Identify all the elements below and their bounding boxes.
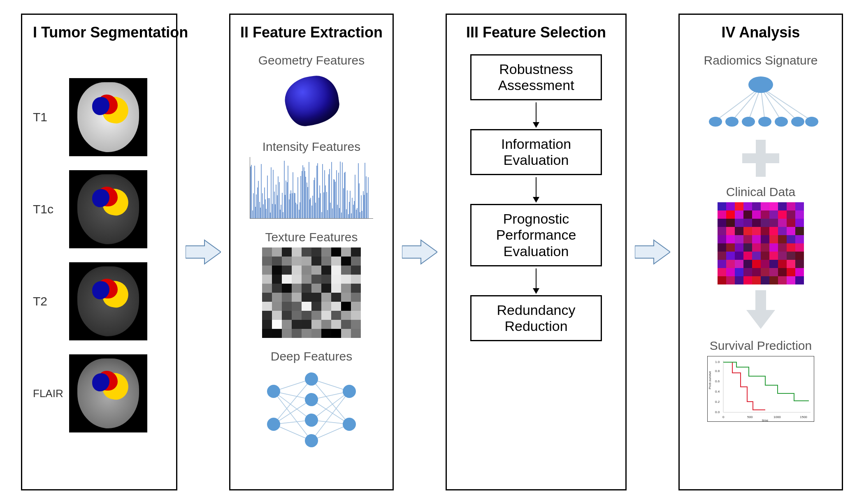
panel-title: III Feature Selection bbox=[466, 24, 606, 41]
svg-point-44 bbox=[758, 117, 771, 127]
plus-icon bbox=[742, 140, 779, 177]
step-label: Information Evaluation bbox=[501, 136, 571, 168]
brain-t1c bbox=[69, 170, 147, 248]
seg-row-t2: T2 bbox=[33, 262, 165, 340]
intensity-histogram bbox=[250, 157, 373, 219]
svg-point-43 bbox=[742, 117, 755, 127]
sublabel-radiomics: Radiomics Signature bbox=[704, 53, 818, 67]
seg-label: T1 bbox=[33, 110, 62, 124]
svg-point-20 bbox=[305, 393, 318, 406]
svg-text:500: 500 bbox=[747, 415, 753, 419]
step-information: Information Evaluation bbox=[470, 129, 602, 175]
neural-network-icon bbox=[258, 367, 365, 449]
svg-point-23 bbox=[343, 385, 356, 398]
seg-label: T1c bbox=[33, 202, 62, 216]
svg-text:1500: 1500 bbox=[800, 415, 807, 419]
seg-label: T2 bbox=[33, 294, 62, 308]
arrow-1-to-2 bbox=[186, 238, 221, 266]
panel-title: I Tumor Segmentation bbox=[33, 24, 165, 41]
down-arrow-icon bbox=[531, 266, 541, 295]
svg-marker-32 bbox=[635, 240, 670, 264]
sublabel-intensity: Intensity Features bbox=[262, 140, 360, 154]
seg-row-t1c: T1c bbox=[33, 170, 165, 248]
svg-point-22 bbox=[305, 434, 318, 447]
arrow-right-icon bbox=[186, 238, 221, 266]
sublabel-geometry: Geometry Features bbox=[258, 53, 365, 67]
svg-text:0: 0 bbox=[722, 415, 725, 419]
seg-row-flair: FLAIR bbox=[33, 354, 165, 432]
seg-row-t1: T1 bbox=[33, 78, 165, 156]
arrow-3-to-4 bbox=[635, 238, 670, 266]
step-prognostic: Prognostic Performance Evaluation bbox=[470, 204, 602, 266]
svg-point-17 bbox=[267, 385, 280, 398]
arrow-2-to-3 bbox=[402, 238, 437, 266]
arrow-right-icon bbox=[635, 238, 670, 266]
svg-text:0.8: 0.8 bbox=[715, 369, 720, 373]
svg-text:0.0: 0.0 bbox=[715, 410, 720, 414]
svg-point-41 bbox=[709, 117, 722, 127]
segmentation-list: T1 T1c T2 FLAIR bbox=[33, 78, 165, 432]
down-arrow-icon bbox=[531, 100, 541, 129]
sublabel-texture: Texture Features bbox=[265, 230, 358, 244]
sublabel-survival: Survival Prediction bbox=[710, 339, 812, 353]
svg-marker-0 bbox=[186, 240, 221, 264]
svg-point-47 bbox=[805, 117, 818, 127]
panel-feature-extraction: II Feature Extraction Geometry Features … bbox=[229, 14, 394, 490]
step-robustness: Robustness Assessment bbox=[470, 54, 602, 100]
svg-point-21 bbox=[305, 414, 318, 427]
svg-text:0.6: 0.6 bbox=[715, 379, 720, 383]
brain-flair bbox=[69, 354, 147, 432]
step-label: Robustness Assessment bbox=[498, 61, 574, 93]
svg-point-40 bbox=[748, 76, 773, 93]
arrow-right-icon bbox=[402, 238, 437, 266]
svg-marker-27 bbox=[533, 122, 539, 128]
panel-analysis: IV Analysis Radiomics Signature Clinical… bbox=[678, 14, 843, 490]
texture-grid bbox=[262, 247, 361, 338]
brain-t2 bbox=[69, 262, 147, 340]
step-redundancy: Redundancy Reduction bbox=[470, 295, 602, 341]
svg-text:Prob.survive: Prob.survive bbox=[708, 371, 712, 389]
panel-feature-selection: III Feature Selection Robustness Assessm… bbox=[446, 14, 627, 490]
svg-line-33 bbox=[715, 87, 761, 121]
sublabel-clinical: Clinical Data bbox=[726, 185, 795, 199]
step-label: Prognostic Performance Evaluation bbox=[496, 211, 576, 259]
clinical-data-heatmap bbox=[718, 202, 804, 284]
svg-text:1000: 1000 bbox=[773, 415, 781, 419]
svg-point-19 bbox=[305, 372, 318, 386]
svg-marker-25 bbox=[402, 240, 437, 264]
svg-marker-29 bbox=[533, 197, 539, 203]
brain-t1 bbox=[69, 78, 147, 156]
svg-text:0.2: 0.2 bbox=[715, 400, 720, 404]
km-plot: 0 500 1000 1500 0.0 0.2 0.4 0.6 0.8 1.0 … bbox=[707, 356, 814, 422]
geometry-blob bbox=[279, 72, 344, 130]
svg-point-42 bbox=[725, 117, 739, 127]
svg-text:1.0: 1.0 bbox=[715, 360, 720, 364]
seg-label: FLAIR bbox=[33, 387, 62, 400]
down-arrow-icon bbox=[531, 175, 541, 204]
svg-point-24 bbox=[343, 418, 356, 431]
sublabel-deep: Deep Features bbox=[271, 349, 352, 363]
panel-title: II Feature Extraction bbox=[240, 24, 383, 41]
step-label: Redundancy Reduction bbox=[497, 302, 576, 334]
svg-line-38 bbox=[761, 87, 798, 121]
svg-text:0.4: 0.4 bbox=[715, 390, 720, 393]
panel-title: IV Analysis bbox=[722, 24, 800, 41]
svg-point-46 bbox=[791, 117, 804, 127]
svg-marker-31 bbox=[533, 288, 539, 294]
svg-text:time: time bbox=[762, 418, 769, 422]
radiomics-signature-tree bbox=[703, 72, 818, 134]
svg-line-39 bbox=[761, 87, 812, 121]
svg-point-45 bbox=[775, 117, 788, 127]
panel-tumor-segmentation: I Tumor Segmentation T1 T1c T2 FLAIR bbox=[21, 14, 177, 490]
down-arrow-icon bbox=[746, 290, 775, 331]
selection-steps: Robustness Assessment Information Evalua… bbox=[470, 54, 602, 341]
svg-point-18 bbox=[267, 418, 280, 431]
